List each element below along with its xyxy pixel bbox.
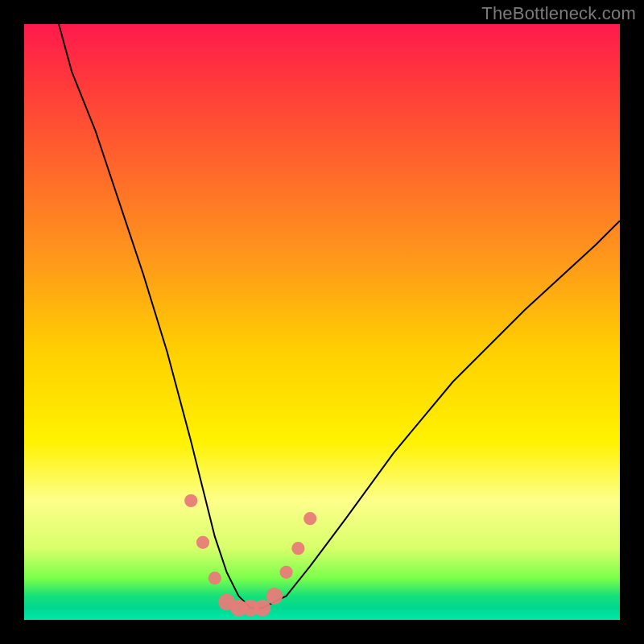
- marker-dot: [208, 572, 221, 584]
- marker-dot: [254, 600, 271, 617]
- plot-area: [24, 24, 620, 620]
- marker-dot: [266, 588, 283, 605]
- curve-path: [54, 6, 620, 608]
- marker-dot: [280, 566, 293, 579]
- marker-dot: [303, 512, 316, 525]
- curve-markers: [184, 494, 316, 617]
- watermark-text: TheBottleneck.com: [481, 3, 636, 24]
- marker-dot: [196, 536, 209, 549]
- chart-overlay: [24, 24, 620, 620]
- marker-dot: [291, 542, 304, 555]
- marker-dot: [184, 494, 197, 507]
- bottleneck-curve: [54, 6, 620, 608]
- chart-frame: TheBottleneck.com: [0, 0, 644, 644]
